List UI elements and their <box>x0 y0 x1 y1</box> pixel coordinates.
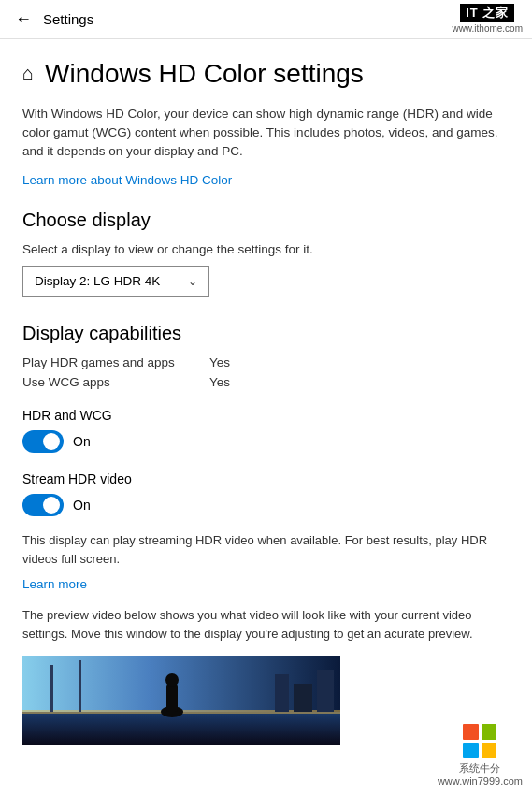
watermark-logo: IT 之家 <box>460 4 514 22</box>
capability-label-hdr: Play HDR games and apps <box>22 355 209 369</box>
win-square-red <box>463 724 479 740</box>
svg-rect-5 <box>317 670 334 712</box>
capability-label-wcg: Use WCG apps <box>22 375 209 389</box>
bottom-watermark-url: www.win7999.com <box>438 775 523 787</box>
toggle-track <box>22 430 64 453</box>
preview-svg <box>22 656 340 745</box>
toggle-track <box>22 494 64 516</box>
stream-hdr-section: Stream HDR video On This display can pla… <box>22 471 510 591</box>
svg-rect-6 <box>50 665 53 712</box>
windows-logo-icon <box>463 724 496 758</box>
learn-more-hd-color-link[interactable]: Learn more about Windows HD Color <box>22 173 232 187</box>
hdr-wcg-toggle-row: On <box>22 430 510 453</box>
watermark: IT 之家 www.ithome.com <box>452 5 523 34</box>
stream-hdr-title: Stream HDR video <box>22 471 510 486</box>
capability-value-wcg: Yes <box>209 375 230 389</box>
stream-learn-more-link[interactable]: Learn more <box>22 577 510 591</box>
svg-rect-1 <box>22 712 340 745</box>
main-content: ⌂ Windows HD Color settings With Windows… <box>0 39 532 763</box>
toggle-thumb <box>43 497 60 514</box>
chevron-down-icon: ⌄ <box>188 275 197 288</box>
capability-value-hdr: Yes <box>209 355 230 369</box>
svg-rect-4 <box>294 684 312 712</box>
hdr-wcg-title: HDR and WCG <box>22 408 510 423</box>
watermark-url: www.ithome.com <box>452 23 523 34</box>
table-row: Use WCG apps Yes <box>22 375 510 389</box>
stream-hdr-toggle-label: On <box>73 498 91 513</box>
svg-rect-3 <box>275 674 289 712</box>
header: ← Settings IT 之家 www.ithome.com <box>0 0 532 39</box>
toggle-thumb <box>43 433 60 450</box>
win-square-green <box>482 724 497 740</box>
win-square-blue <box>463 743 479 759</box>
capabilities-title: Display capabilities <box>22 323 510 344</box>
home-icon: ⌂ <box>22 63 34 84</box>
stream-hdr-description: This display can play streaming HDR vide… <box>22 531 510 568</box>
svg-rect-7 <box>79 660 81 712</box>
hdr-wcg-toggle[interactable] <box>22 430 64 453</box>
hdr-wcg-section: HDR and WCG On <box>22 408 510 453</box>
select-display-label: Select a display to view or change the s… <box>22 242 510 256</box>
page-title: Windows HD Color settings <box>45 58 364 90</box>
display-capabilities-section: Display capabilities Play HDR games and … <box>22 323 510 389</box>
header-title: Settings <box>43 11 93 27</box>
svg-point-10 <box>165 673 179 687</box>
display-dropdown-value: Display 2: LG HDR 4K <box>35 274 160 288</box>
table-row: Play HDR games and apps Yes <box>22 355 510 369</box>
page-description: With Windows HD Color, your device can s… <box>22 105 510 162</box>
page-title-row: ⌂ Windows HD Color settings <box>22 58 510 90</box>
stream-hdr-toggle-row: On <box>22 494 510 516</box>
stream-hdr-toggle[interactable] <box>22 494 64 516</box>
choose-display-title: Choose display <box>22 210 510 231</box>
bottom-watermark: 系统牛分 www.win7999.com <box>438 724 523 787</box>
display-dropdown[interactable]: Display 2: LG HDR 4K ⌄ <box>22 266 209 297</box>
capabilities-table: Play HDR games and apps Yes Use WCG apps… <box>22 355 510 389</box>
bottom-watermark-text: 系统牛分 <box>459 761 500 775</box>
svg-rect-9 <box>166 684 178 712</box>
back-button[interactable]: ← <box>15 9 32 29</box>
preview-image <box>22 656 340 745</box>
hdr-wcg-toggle-label: On <box>73 434 91 449</box>
preview-description: The preview video below shows you what v… <box>22 606 510 643</box>
win-square-yellow <box>482 743 497 759</box>
